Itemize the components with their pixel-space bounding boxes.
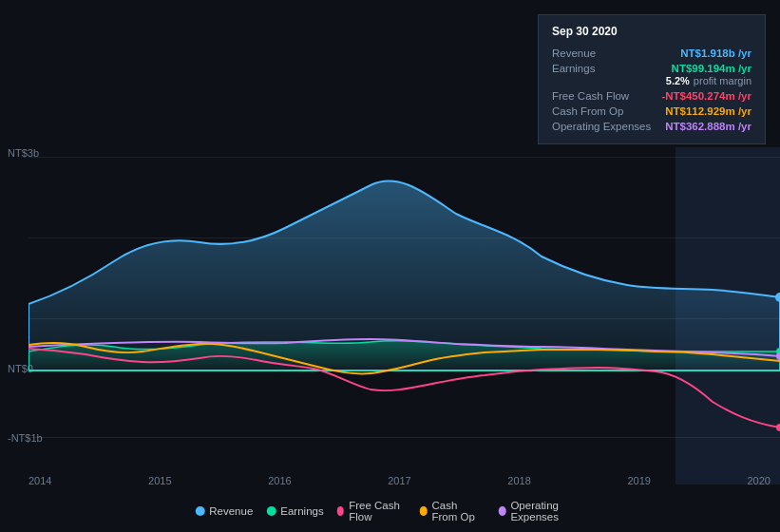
fcf-dot bbox=[776, 424, 780, 431]
legend-label-revenue: Revenue bbox=[209, 505, 253, 517]
legend-dot-earnings bbox=[266, 506, 276, 516]
tooltip-label-opex: Operating Expenses bbox=[552, 121, 651, 132]
tooltip-date: Sep 30 2020 bbox=[552, 25, 751, 38]
legend-item-cashfromop[interactable]: Cash From Op bbox=[420, 500, 485, 522]
legend-dot-opex bbox=[499, 506, 506, 516]
legend-item-revenue[interactable]: Revenue bbox=[195, 505, 253, 517]
legend-item-opex[interactable]: Operating Expenses bbox=[499, 500, 585, 522]
legend-label-fcf: Free Cash Flow bbox=[349, 500, 407, 522]
legend-label-opex: Operating Expenses bbox=[510, 500, 584, 522]
legend-dot-fcf bbox=[337, 506, 344, 516]
x-label-2016: 2016 bbox=[268, 475, 291, 486]
legend: Revenue Earnings Free Cash Flow Cash Fro… bbox=[195, 500, 585, 522]
tooltip-value-revenue: NT$1.918b /yr bbox=[680, 48, 751, 59]
tooltip-row-earnings: Earnings NT$99.194m /yr 5.2% profit marg… bbox=[552, 61, 751, 88]
x-label-2019: 2019 bbox=[627, 475, 650, 486]
legend-label-cashfromop: Cash From Op bbox=[431, 500, 485, 522]
tooltip-value-opex: NT$362.888m /yr bbox=[665, 121, 751, 132]
tooltip-box: Sep 30 2020 Revenue NT$1.918b /yr Earnin… bbox=[538, 14, 766, 144]
chart-container: Sep 30 2020 Revenue NT$1.918b /yr Earnin… bbox=[0, 0, 780, 532]
tooltip-row-fcf: Free Cash Flow -NT$450.274m /yr bbox=[552, 88, 751, 104]
tooltip-row-opex: Operating Expenses NT$362.888m /yr bbox=[552, 119, 751, 134]
tooltip-label-revenue: Revenue bbox=[552, 48, 596, 59]
legend-item-earnings[interactable]: Earnings bbox=[266, 505, 323, 517]
x-label-2014: 2014 bbox=[29, 475, 51, 486]
x-labels: 2014 2015 2016 2017 2018 2019 2020 bbox=[29, 475, 770, 486]
tooltip-margin-label: profit margin bbox=[694, 75, 751, 86]
x-label-2015: 2015 bbox=[148, 475, 171, 486]
tooltip-value-earnings: NT$99.194m /yr bbox=[666, 63, 751, 74]
tooltip-row-cashfromop: Cash From Op NT$112.929m /yr bbox=[552, 104, 751, 119]
legend-label-earnings: Earnings bbox=[280, 505, 323, 517]
tooltip-value-cashfromop: NT$112.929m /yr bbox=[665, 105, 751, 117]
tooltip-value-fcf: -NT$450.274m /yr bbox=[661, 90, 751, 102]
tooltip-margin-value: 5.2% bbox=[666, 75, 690, 86]
x-label-2020: 2020 bbox=[747, 475, 770, 486]
x-label-2017: 2017 bbox=[388, 475, 410, 486]
tooltip-label-fcf: Free Cash Flow bbox=[552, 90, 629, 102]
tooltip-label-earnings: Earnings bbox=[552, 63, 595, 74]
legend-dot-cashfromop bbox=[420, 506, 427, 516]
chart-svg bbox=[29, 147, 780, 451]
legend-item-fcf[interactable]: Free Cash Flow bbox=[337, 500, 407, 522]
x-label-2018: 2018 bbox=[507, 475, 530, 486]
tooltip-row-revenue: Revenue NT$1.918b /yr bbox=[552, 46, 751, 61]
legend-dot-revenue bbox=[195, 506, 204, 516]
tooltip-label-cashfromop: Cash From Op bbox=[552, 105, 623, 117]
